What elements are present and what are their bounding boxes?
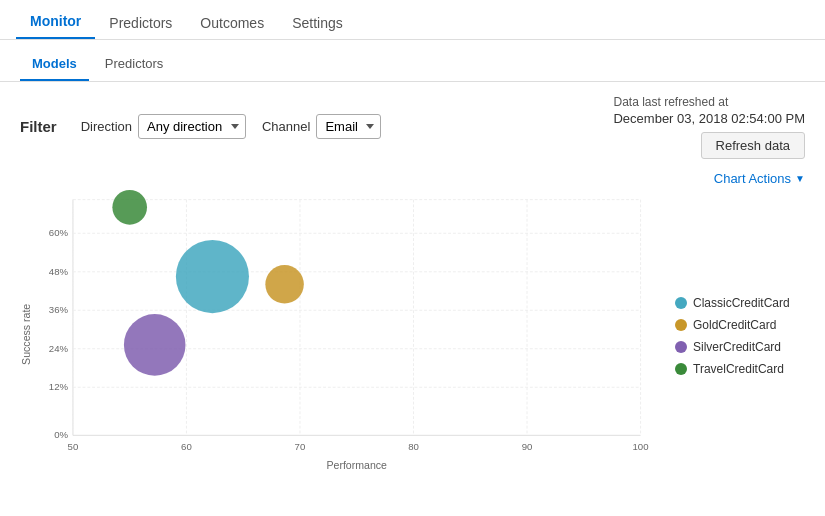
svg-text:48%: 48%	[49, 265, 69, 276]
nav-predictors[interactable]: Predictors	[95, 7, 186, 39]
chart-actions-button[interactable]: Chart Actions ▼	[714, 171, 805, 186]
legend-label-classic: ClassicCreditCard	[693, 296, 790, 310]
filter-left: Filter Direction Any direction Inbound O…	[20, 114, 381, 139]
svg-text:60: 60	[181, 441, 192, 452]
y-axis-label: Success rate	[20, 303, 32, 364]
refresh-button[interactable]: Refresh data	[701, 132, 805, 159]
sub-tabs: Models Predictors	[0, 48, 825, 82]
legend-item-gold: GoldCreditCard	[675, 318, 795, 332]
direction-label: Direction	[81, 119, 132, 134]
legend-item-classic: ClassicCreditCard	[675, 296, 795, 310]
channel-label: Channel	[262, 119, 310, 134]
refresh-info-label: Data last refreshed at	[613, 95, 728, 109]
legend-dot-silver	[675, 341, 687, 353]
filter-title: Filter	[20, 118, 57, 135]
top-nav: Monitor Predictors Outcomes Settings	[0, 0, 825, 40]
filter-right: Data last refreshed at December 03, 2018…	[613, 94, 805, 159]
legend-dot-classic	[675, 297, 687, 309]
x-axis-label: Performance	[326, 459, 387, 471]
svg-text:36%: 36%	[49, 304, 69, 315]
chart-actions-label: Chart Actions	[714, 171, 791, 186]
nav-monitor[interactable]: Monitor	[16, 5, 95, 39]
channel-group: Channel Email SMS Push	[262, 114, 381, 139]
bubble-chart: Success rate 0% 12% 24% 36% 48% 60%	[20, 190, 655, 479]
legend-label-gold: GoldCreditCard	[693, 318, 776, 332]
tab-models[interactable]: Models	[20, 48, 89, 81]
svg-text:90: 90	[522, 441, 533, 452]
legend-label-travel: TravelCreditCard	[693, 362, 784, 376]
chart-actions-row: Chart Actions ▼	[0, 171, 825, 190]
channel-select[interactable]: Email SMS Push	[316, 114, 381, 139]
svg-text:50: 50	[68, 441, 79, 452]
legend-label-silver: SilverCreditCard	[693, 340, 781, 354]
chart-area: Success rate 0% 12% 24% 36% 48% 60%	[20, 190, 655, 482]
legend-item-silver: SilverCreditCard	[675, 340, 795, 354]
direction-group: Direction Any direction Inbound Outbound	[81, 114, 246, 139]
refresh-date: December 03, 2018 02:54:00 PM	[613, 111, 805, 126]
svg-text:70: 70	[295, 441, 306, 452]
svg-text:80: 80	[408, 441, 419, 452]
legend: ClassicCreditCard GoldCreditCard SilverC…	[665, 190, 805, 482]
svg-text:24%: 24%	[49, 342, 69, 353]
filter-area: Filter Direction Any direction Inbound O…	[0, 82, 825, 171]
svg-text:12%: 12%	[49, 381, 69, 392]
legend-item-travel: TravelCreditCard	[675, 362, 795, 376]
chevron-down-icon: ▼	[795, 173, 805, 184]
legend-dot-travel	[675, 363, 687, 375]
svg-text:0%: 0%	[54, 429, 68, 440]
tab-predictors[interactable]: Predictors	[93, 48, 176, 81]
svg-text:100: 100	[633, 441, 649, 452]
bubble-goldcreditcard	[265, 265, 303, 303]
bubble-travelcreditcard	[112, 190, 147, 225]
refresh-info-wrapper: Data last refreshed at December 03, 2018…	[613, 94, 805, 126]
bubble-silvercreditcard	[124, 314, 186, 376]
svg-text:60%: 60%	[49, 227, 69, 238]
direction-select[interactable]: Any direction Inbound Outbound	[138, 114, 246, 139]
nav-settings[interactable]: Settings	[278, 7, 357, 39]
chart-container: Success rate 0% 12% 24% 36% 48% 60%	[0, 190, 825, 482]
legend-dot-gold	[675, 319, 687, 331]
nav-outcomes[interactable]: Outcomes	[186, 7, 278, 39]
bubble-classiccreditcard	[176, 240, 249, 313]
